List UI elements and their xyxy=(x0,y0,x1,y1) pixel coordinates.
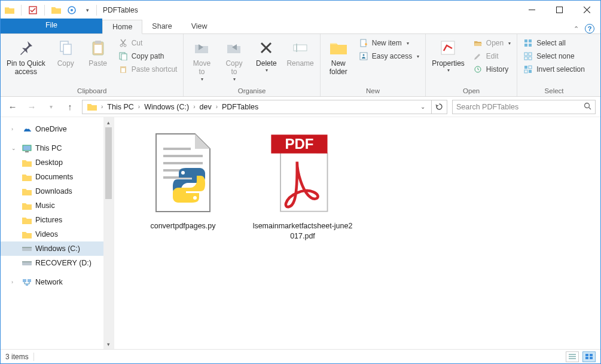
chevron-right-icon[interactable]: › xyxy=(136,103,142,110)
close-button[interactable] xyxy=(573,1,600,19)
up-button[interactable]: ↑ xyxy=(63,100,77,114)
svg-rect-32 xyxy=(529,53,532,56)
search-input[interactable] xyxy=(456,103,584,111)
select-none-icon xyxy=(523,51,533,61)
minimize-button[interactable] xyxy=(518,1,545,19)
expand-caret-icon[interactable]: › xyxy=(11,126,17,132)
tab-view[interactable]: View xyxy=(182,19,217,33)
svg-rect-20 xyxy=(294,45,307,51)
nav-windows-c[interactable]: Windows (C:) xyxy=(1,241,114,256)
forward-button[interactable]: → xyxy=(25,100,39,114)
back-button[interactable]: ← xyxy=(5,100,20,114)
chevron-right-icon[interactable]: › xyxy=(191,103,197,110)
copy-path-icon xyxy=(118,51,128,61)
qat-new-folder-icon[interactable] xyxy=(50,4,63,17)
qat-customize-dropdown[interactable]: ▾ xyxy=(81,4,94,17)
breadcrumb-segment[interactable]: PDFTables xyxy=(219,103,261,111)
select-all-button[interactable]: Select all xyxy=(520,37,588,49)
nav-label: OneDrive xyxy=(35,125,67,133)
new-item-button[interactable]: New item ▾ xyxy=(355,37,423,49)
recent-locations-button[interactable]: ▾ xyxy=(44,100,58,114)
svg-line-40 xyxy=(589,107,591,109)
nav-network[interactable]: › Network xyxy=(1,275,114,289)
scroll-up-icon[interactable]: ▴ xyxy=(103,117,114,127)
folder-icon xyxy=(22,215,32,225)
expand-caret-icon[interactable]: › xyxy=(11,279,17,285)
nav-videos[interactable]: Videos xyxy=(1,227,114,241)
nav-pictures[interactable]: Pictures xyxy=(1,213,114,227)
nav-desktop[interactable]: Desktop xyxy=(1,155,114,170)
open-button[interactable]: Open ▾ xyxy=(469,37,514,49)
breadcrumb-segment[interactable]: This PC xyxy=(105,103,136,111)
breadcrumb-segment[interactable]: Windows (C:) xyxy=(142,103,191,111)
svg-rect-28 xyxy=(529,39,532,42)
svg-rect-38 xyxy=(529,70,532,73)
file-list[interactable]: convertpdfpages.py PDF lsemainmarketfact… xyxy=(114,117,600,349)
easy-access-button[interactable]: Easy access ▾ xyxy=(355,50,423,62)
maximize-button[interactable] xyxy=(545,1,573,19)
edit-button[interactable]: Edit xyxy=(469,50,514,62)
search-box[interactable] xyxy=(452,100,596,114)
svg-point-55 xyxy=(181,171,185,175)
pdf-file-icon: PDF xyxy=(267,128,338,218)
nav-this-pc[interactable]: ⌄ This PC xyxy=(1,141,114,155)
qat-sync-icon[interactable] xyxy=(65,4,78,17)
nav-label: Desktop xyxy=(35,158,63,167)
file-item[interactable]: convertpdfpages.py xyxy=(132,128,234,231)
rename-button[interactable]: Rename xyxy=(283,36,317,68)
scroll-thumb[interactable] xyxy=(105,127,112,199)
nav-music[interactable]: Music xyxy=(1,198,114,213)
svg-point-24 xyxy=(362,54,364,56)
collapse-caret-icon[interactable]: ⌄ xyxy=(11,145,17,151)
nav-label: Videos xyxy=(35,230,58,238)
details-view-button[interactable] xyxy=(566,351,579,362)
properties-button[interactable]: Properties ▾ xyxy=(428,36,468,74)
organise-group-label: Organise xyxy=(186,86,317,96)
tab-share[interactable]: Share xyxy=(142,19,181,33)
search-icon[interactable] xyxy=(584,102,591,112)
nav-label: Music xyxy=(35,201,55,210)
history-button[interactable]: History xyxy=(469,63,514,75)
paste-shortcut-button[interactable]: Paste shortcut xyxy=(115,63,181,75)
move-to-button[interactable]: Move to ▾ xyxy=(186,36,217,82)
invert-selection-button[interactable]: Invert selection xyxy=(520,63,588,75)
copy-to-button[interactable]: Copy to ▾ xyxy=(218,36,249,82)
file-item[interactable]: PDF lsemainmarketfactsheet-june2017.pdf xyxy=(252,128,353,241)
chevron-right-icon[interactable]: › xyxy=(99,103,105,110)
select-none-button[interactable]: Select none xyxy=(520,50,588,62)
help-icon[interactable]: ? xyxy=(585,24,594,33)
breadcrumb-root-icon[interactable] xyxy=(85,103,99,111)
large-icons-view-button[interactable] xyxy=(582,351,596,362)
file-name: convertpdfpages.py xyxy=(150,221,215,231)
paste-icon xyxy=(88,38,108,58)
properties-icon xyxy=(438,38,458,58)
qat-properties-icon[interactable] xyxy=(26,4,39,17)
refresh-button[interactable] xyxy=(432,100,447,114)
copy-path-button[interactable]: Copy path xyxy=(115,50,181,62)
svg-point-39 xyxy=(585,103,590,108)
new-folder-button[interactable]: New folder xyxy=(323,36,354,77)
svg-rect-30 xyxy=(529,44,532,47)
copy-button[interactable]: Copy xyxy=(50,36,81,68)
breadcrumb-segment[interactable]: dev xyxy=(197,103,214,111)
scroll-down-icon[interactable]: ▾ xyxy=(103,339,114,349)
collapse-ribbon-icon[interactable]: ⌃ xyxy=(573,25,579,33)
nav-downloads[interactable]: Downloads xyxy=(1,184,114,198)
nav-documents[interactable]: Documents xyxy=(1,170,114,184)
paste-button[interactable]: Paste xyxy=(83,36,114,68)
breadcrumb[interactable]: › This PC › Windows (C:) › dev › PDFTabl… xyxy=(82,100,432,114)
tab-file[interactable]: File xyxy=(1,19,102,33)
paste-shortcut-icon xyxy=(118,65,128,74)
svg-rect-27 xyxy=(524,39,527,42)
address-dropdown-icon[interactable]: ⌄ xyxy=(417,103,429,110)
drive-icon xyxy=(22,244,32,253)
pin-to-quick-access-button[interactable]: Pin to Quick access xyxy=(3,36,49,77)
cut-button[interactable]: Cut xyxy=(115,37,181,49)
open-label: Open xyxy=(486,39,504,47)
nav-recovery-d[interactable]: RECOVERY (D:) xyxy=(1,256,114,270)
delete-button[interactable]: Delete ▾ xyxy=(251,36,282,74)
nav-scrollbar[interactable]: ▴ ▾ xyxy=(103,117,114,349)
chevron-right-icon[interactable]: › xyxy=(214,103,219,110)
tab-home[interactable]: Home xyxy=(102,20,142,34)
nav-onedrive[interactable]: › OneDrive xyxy=(1,122,114,136)
